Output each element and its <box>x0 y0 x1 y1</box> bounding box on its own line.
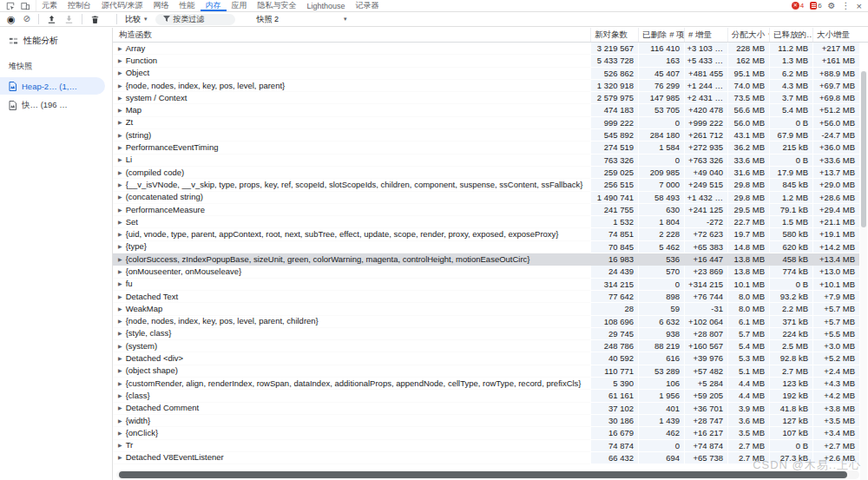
freed-cell[interactable]: 2.5 MB <box>769 340 812 352</box>
deleted-count-cell[interactable]: 106 <box>638 378 684 390</box>
delta-cell[interactable]: +314 215 <box>684 279 727 291</box>
delta-cell[interactable]: +999 222 <box>684 117 727 129</box>
table-row[interactable]: ▶{customRender, align, renderIndex, rowS… <box>113 378 868 390</box>
alloc-cell[interactable]: 3.6 MB <box>727 415 769 427</box>
size-delta-cell[interactable]: +5.5 MB <box>812 328 859 340</box>
alloc-cell[interactable]: 5.4 MB <box>727 340 769 352</box>
expand-arrow-icon[interactable]: ▶ <box>118 303 122 315</box>
size-delta-cell[interactable]: +161 MB <box>812 55 859 67</box>
size-delta-cell[interactable]: +14.2 MB <box>812 241 859 253</box>
tab-privacy-security[interactable]: 隐私与安全 <box>253 0 302 11</box>
delta-cell[interactable]: +72 623 <box>684 228 727 240</box>
freed-cell[interactable]: 845 kB <box>769 179 812 191</box>
alloc-cell[interactable]: 29.8 MB <box>727 179 769 191</box>
freed-cell[interactable]: 92.8 kB <box>769 352 812 365</box>
new-count-cell[interactable]: 70 845 <box>590 241 638 253</box>
delta-cell[interactable]: +65 383 <box>684 241 727 253</box>
table-row[interactable]: ▶Detached Comment37 102401+36 7013.9 MB4… <box>113 403 868 415</box>
freed-cell[interactable]: 4.3 MB <box>769 80 812 92</box>
alloc-cell[interactable]: 162 MB <box>727 55 769 67</box>
freed-cell[interactable]: 67.9 MB <box>769 129 812 141</box>
expand-arrow-icon[interactable]: ▶ <box>118 43 122 55</box>
column-header-alloc-size[interactable]: 分配大小 ▼ <box>727 28 769 42</box>
size-delta-cell[interactable]: +3.4 MB <box>812 427 859 439</box>
deleted-count-cell[interactable]: 5 462 <box>638 241 684 253</box>
expand-arrow-icon[interactable]: ▶ <box>118 117 122 129</box>
horizontal-scrollbar-thumb[interactable] <box>119 471 847 478</box>
expand-arrow-icon[interactable]: ▶ <box>118 129 122 141</box>
table-row[interactable]: ▶Detached Text77 642898+76 7448.0 MB93.2… <box>113 291 868 303</box>
expand-arrow-icon[interactable]: ▶ <box>118 352 122 365</box>
deleted-count-cell[interactable]: 0 <box>638 155 684 167</box>
expand-arrow-icon[interactable]: ▶ <box>118 68 122 80</box>
deleted-count-cell[interactable]: 59 <box>638 303 684 315</box>
freed-cell[interactable]: 6.2 MB <box>769 68 812 80</box>
delta-cell[interactable]: +23 869 <box>684 266 727 278</box>
new-count-cell[interactable]: 16 679 <box>590 427 638 439</box>
expand-arrow-icon[interactable]: ▶ <box>118 365 122 378</box>
table-row[interactable]: ▶system / Context2 579 975147 985+2 431 … <box>113 92 868 104</box>
vertical-scrollbar-thumb[interactable] <box>861 71 866 227</box>
deleted-count-cell[interactable]: 1 584 <box>638 141 684 154</box>
table-row[interactable]: ▶Detached V8EventListener66 432694+65 73… <box>113 452 868 464</box>
freed-cell[interactable]: 0 B <box>769 279 812 291</box>
size-delta-cell[interactable]: -24.7 MB <box>812 129 859 141</box>
alloc-cell[interactable]: 14.8 MB <box>727 241 769 253</box>
new-count-cell[interactable]: 74 874 <box>590 440 638 452</box>
freed-cell[interactable]: 580 kB <box>769 228 812 240</box>
alloc-cell[interactable]: 3.5 MB <box>727 427 769 439</box>
sidebar-item-heap-snapshot-1[interactable]: Heap-2… (1,… <box>0 77 105 95</box>
new-count-cell[interactable]: 5 433 728 <box>590 55 638 67</box>
new-count-cell[interactable]: 763 326 <box>590 155 638 167</box>
clear-profiles-button[interactable]: ⊘ <box>23 15 30 23</box>
freed-cell[interactable]: 1.5 MB <box>769 216 812 228</box>
new-count-cell[interactable]: 29 745 <box>590 328 638 340</box>
constructor-cell[interactable]: ▶Detached V8EventListener <box>113 452 590 464</box>
constructor-cell[interactable]: ▶Array <box>113 43 590 55</box>
new-count-cell[interactable]: 1 320 918 <box>590 80 638 92</box>
table-row[interactable]: ▶(system)248 78688 219+160 5675.4 MB2.5 … <box>113 340 868 352</box>
size-delta-cell[interactable]: +3.5 MB <box>812 415 859 427</box>
new-count-cell[interactable]: 108 696 <box>590 316 638 328</box>
size-delta-cell[interactable]: +3.0 MB <box>812 340 859 352</box>
table-row[interactable]: ▶Detached <div>40 592616+39 9765.3 MB92.… <box>113 352 868 365</box>
alloc-cell[interactable]: 19.7 MB <box>727 228 769 240</box>
delta-cell[interactable]: +74 874 <box>684 440 727 452</box>
table-row[interactable]: ▶Zt999 2220+999 22256.0 MB0 B+56.0 MB <box>113 117 868 129</box>
save-profile-icon[interactable] <box>64 15 74 24</box>
horizontal-scrollbar[interactable] <box>116 470 859 479</box>
alloc-cell[interactable]: 13.8 MB <box>727 253 769 266</box>
deleted-count-cell[interactable]: 7 000 <box>638 179 684 191</box>
size-delta-cell[interactable]: +5.7 MB <box>812 316 859 328</box>
tab-performance[interactable]: 性能 <box>174 0 201 11</box>
delta-cell[interactable]: +102 064 <box>684 316 727 328</box>
alloc-cell[interactable]: 228 MB <box>727 43 769 55</box>
expand-arrow-icon[interactable]: ▶ <box>118 179 122 191</box>
delta-cell[interactable]: +2 431 … <box>684 92 727 104</box>
delta-cell[interactable]: +3 103 … <box>684 43 727 55</box>
constructor-cell[interactable]: ▶system / Context <box>113 92 590 104</box>
constructor-cell[interactable]: ▶{uid, vnode, type, parent, appContext, … <box>113 228 590 240</box>
size-delta-cell[interactable]: +36.0 MB <box>812 141 859 154</box>
deleted-count-cell[interactable]: 0 <box>638 440 684 452</box>
perspective-select[interactable]: 比较 ▾ <box>125 14 148 25</box>
deleted-count-cell[interactable]: 53 705 <box>638 104 684 116</box>
alloc-cell[interactable]: 5.1 MB <box>727 365 769 378</box>
size-delta-cell[interactable]: +217 MB <box>812 43 859 55</box>
expand-arrow-icon[interactable]: ▶ <box>118 141 122 154</box>
table-row[interactable]: ▶{__v_isVNode, __v_skip, type, props, ke… <box>113 179 868 191</box>
column-header-delta[interactable]: # 增量 <box>684 28 727 42</box>
size-delta-cell[interactable]: +13.7 MB <box>812 167 859 179</box>
alloc-cell[interactable]: 56.0 MB <box>727 117 769 129</box>
size-delta-cell[interactable]: +7.9 MB <box>812 291 859 303</box>
freed-cell[interactable]: 107 kB <box>769 427 812 439</box>
table-row[interactable]: ▶Array3 219 567116 410+3 103 …228 MB11.2… <box>113 43 868 55</box>
new-count-cell[interactable]: 24 439 <box>590 266 638 278</box>
column-header-constructor[interactable]: 构造函数 <box>113 28 590 42</box>
size-delta-cell[interactable]: +5.2 MB <box>812 352 859 365</box>
tab-network[interactable]: 网络 <box>148 0 174 11</box>
expand-arrow-icon[interactable]: ▶ <box>118 440 122 452</box>
delta-cell[interactable]: +28 747 <box>684 415 727 427</box>
alloc-cell[interactable]: 33.6 MB <box>727 155 769 167</box>
expand-arrow-icon[interactable]: ▶ <box>118 266 122 278</box>
